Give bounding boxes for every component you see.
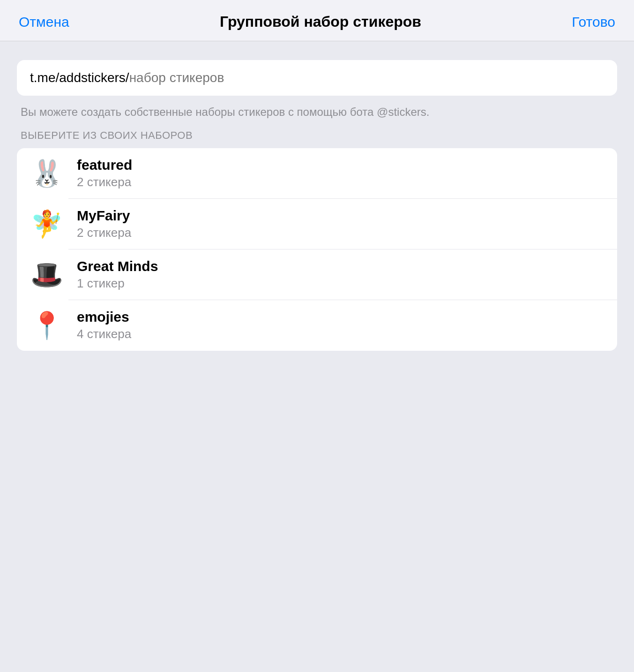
sticker-name-emojies: emojies: [77, 309, 131, 325]
input-prefix: t.me/addstickers/: [30, 70, 129, 85]
sticker-thumb-greatminds: 🎩: [30, 258, 64, 292]
hint-text: Вы можете создать собственные наборы сти…: [17, 104, 617, 129]
sticker-info-emojies: emojies4 стикера: [77, 309, 131, 341]
cancel-button[interactable]: Отмена: [19, 14, 69, 30]
sticker-info-myfairy: MyFairy2 стикера: [77, 208, 131, 240]
sticker-name-myfairy: MyFairy: [77, 208, 131, 224]
sticker-url-input-container: t.me/addstickers/: [17, 60, 617, 96]
sticker-set-item-emojies[interactable]: 📍emojies4 стикера: [17, 300, 617, 351]
sticker-set-item-greatminds[interactable]: 🎩Great Minds1 стикер: [17, 249, 617, 300]
sticker-name-greatminds: Great Minds: [77, 258, 158, 274]
sticker-name-input[interactable]: [129, 70, 604, 85]
header: Отмена Групповой набор стикеров Готово: [0, 0, 634, 41]
done-button[interactable]: Готово: [572, 14, 615, 30]
sticker-thumb-featured: 🐰: [30, 157, 64, 190]
content-area: t.me/addstickers/ Вы можете создать собс…: [0, 41, 634, 370]
sticker-set-item-myfairy[interactable]: 🧚MyFairy2 стикера: [17, 199, 617, 249]
sticker-thumb-myfairy: 🧚: [30, 207, 64, 241]
sticker-thumb-emojies: 📍: [30, 309, 64, 342]
page-title: Групповой набор стикеров: [220, 13, 421, 30]
sticker-count-featured: 2 стикера: [77, 175, 132, 189]
sticker-count-myfairy: 2 стикера: [77, 226, 131, 240]
sticker-sets-list: 🐰featured2 стикера🧚MyFairy2 стикера🎩Grea…: [17, 148, 617, 351]
sticker-count-greatminds: 1 стикер: [77, 276, 158, 291]
sticker-name-featured: featured: [77, 157, 132, 173]
sticker-info-featured: featured2 стикера: [77, 157, 132, 189]
section-label: ВЫБЕРИТЕ ИЗ СВОИХ НАБОРОВ: [17, 129, 617, 148]
sticker-set-item-featured[interactable]: 🐰featured2 стикера: [17, 148, 617, 199]
sticker-count-emojies: 4 стикера: [77, 327, 131, 341]
sticker-info-greatminds: Great Minds1 стикер: [77, 258, 158, 291]
